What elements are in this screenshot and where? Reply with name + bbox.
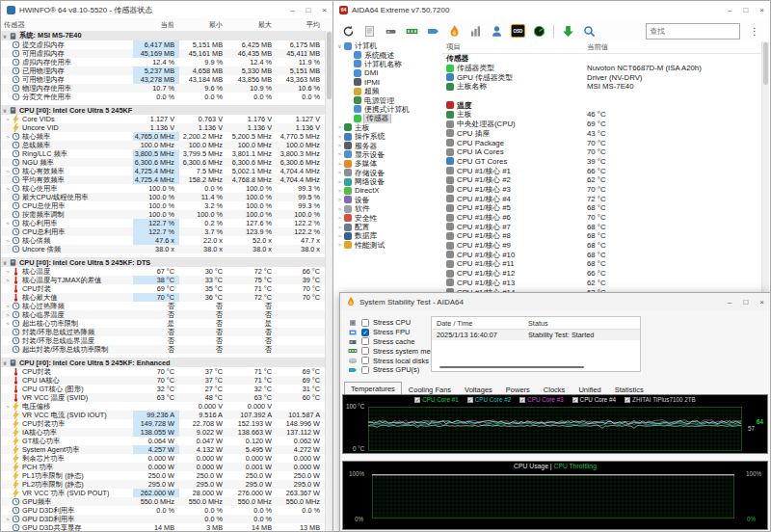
column-sensor[interactable]: 传感器 — [1, 20, 133, 30]
maximize-icon[interactable]: □ — [743, 6, 748, 14]
sidebar-item-显示设备[interactable]: >显示设备 — [333, 150, 442, 159]
gpu-icon — [348, 365, 358, 375]
sidebar-item-便携式计算机[interactable]: 便携式计算机 — [333, 105, 442, 114]
sensor-value: 100.0 % — [179, 210, 227, 219]
sidebar-item-计算机名称[interactable]: 计算机名称 — [333, 60, 442, 68]
sidebar-item-计算机[interactable]: ∨计算机 — [333, 41, 442, 50]
column-item[interactable]: 项目 — [442, 42, 587, 52]
column-avg[interactable]: 平均 — [277, 20, 325, 30]
panel-row[interactable]: 主板名称MSI MS-7E40 — [442, 82, 762, 92]
minimize-icon[interactable]: – — [728, 6, 731, 14]
legend-checkbox[interactable]: ✓ — [572, 397, 578, 403]
sidebar-item-配置[interactable]: >配置 — [333, 223, 442, 231]
sidebar-item-主板[interactable]: >主板 — [333, 123, 442, 132]
stability-test-titlebar[interactable]: System Stability Test - AIDA64 – □ × — [340, 293, 770, 310]
log-column-datetime[interactable]: Date / Time — [432, 319, 524, 328]
sidebar-item-网络设备[interactable]: >网络设备 — [333, 177, 442, 186]
legend-checkbox[interactable]: ✓ — [625, 397, 630, 403]
sensor-row[interactable]: Uncore 倍频38.0 x38.0 x38.0 x38.0 x — [1, 245, 325, 253]
sidebar-item-DMI[interactable]: DMI — [333, 68, 442, 77]
legend-checkbox[interactable]: ✓ — [519, 397, 525, 403]
column-max[interactable]: 最大 — [227, 20, 277, 30]
overflow-menu-icon[interactable]: ⋮ — [747, 26, 762, 37]
legend-checkbox[interactable]: ✓ — [414, 397, 420, 403]
sidebar-item-DirectX[interactable]: >DirectX — [333, 186, 442, 195]
sidebar-item-IPMI[interactable]: IPMI — [333, 78, 442, 87]
checkbox-gpu[interactable] — [361, 366, 369, 374]
sensor-row[interactable]: 超出封装/环形总线功率限制否否否 — [1, 345, 325, 354]
panel-column-header[interactable]: 项目 当前值 — [442, 41, 762, 54]
log-header[interactable]: Date / Time Status — [432, 317, 640, 330]
column-current[interactable]: 当前 — [133, 20, 179, 30]
log-row[interactable]: 2025/1/13 16:40:07Stability Test: Starte… — [432, 330, 640, 340]
sensor-value: 5,330 MB — [227, 66, 277, 75]
find-icon[interactable] — [582, 24, 597, 39]
gauge-icon[interactable] — [532, 24, 546, 39]
aida64-scrollbar-thumb[interactable] — [763, 42, 768, 85]
hwinfo-scrollbar-thumb[interactable] — [327, 32, 332, 99]
refresh-icon[interactable] — [341, 24, 356, 39]
hwinfo-scrollbar[interactable] — [325, 31, 332, 531]
search-input[interactable] — [646, 23, 740, 40]
sidebar-item-软件[interactable]: >软件 — [333, 204, 442, 213]
sensor-value: 127.6 % — [227, 219, 277, 227]
osd-icon[interactable]: OSD — [511, 24, 525, 39]
checkbox-fpu[interactable]: ✓ — [361, 329, 369, 336]
sensor-row[interactable]: 分页文件使用率0.0 %0.0 %0.0 %0.0 % — [1, 93, 325, 101]
sensor-section-header[interactable]: ∨CPU [#0]: Intel Core Ultra 5 245KF: Enh… — [1, 358, 325, 367]
sidebar-item-数据库[interactable]: >数据库 — [333, 231, 442, 240]
minimize-icon[interactable]: – — [290, 6, 294, 14]
sidebar-item-系统概述[interactable]: 系统概述 — [333, 50, 442, 59]
close-icon[interactable]: × — [322, 6, 327, 14]
checkbox-disk[interactable] — [361, 357, 369, 364]
sidebar-item-存储设备[interactable]: >存储设备 — [333, 168, 442, 176]
log-hscrollbar-thumb[interactable] — [439, 366, 584, 369]
panel-row[interactable]: CPU 插座43 °C — [442, 129, 762, 139]
close-icon[interactable]: × — [759, 6, 764, 14]
column-min[interactable]: 最小 — [179, 20, 227, 30]
chevron-down-icon: ∨ — [335, 42, 344, 49]
sensor-section-header[interactable]: ∨CPU [#0]: Intel Core Ultra 5 245KF: DTS — [1, 257, 325, 267]
report-icon[interactable] — [362, 24, 377, 39]
sensor-value: 32 °C — [227, 385, 277, 393]
update-icon[interactable] — [561, 24, 575, 39]
hwinfo-window: HWiNFO® 64 v8.10-5520 - 传感器状态 – □ × 传感器 … — [0, 0, 333, 532]
sidebar-item-设备[interactable]: >设备 — [333, 196, 442, 204]
maximize-icon[interactable]: □ — [743, 298, 748, 306]
osd-icon[interactable]: OSD — [511, 24, 525, 38]
video-icon[interactable] — [426, 24, 440, 39]
legend-checkbox[interactable]: ✓ — [467, 397, 473, 403]
hwinfo-column-header[interactable]: 传感器 当前 最小 最大 平均 — [1, 18, 332, 32]
sidebar-item-性能测试[interactable]: >性能测试 — [333, 241, 442, 250]
checkbox-ram[interactable] — [361, 347, 369, 355]
maximize-icon[interactable]: □ — [306, 6, 310, 14]
sensor-section-header[interactable]: ∨系统: MSI MS-7E40 — [1, 31, 325, 40]
minimize-icon[interactable]: – — [728, 298, 731, 306]
aida64-titlebar[interactable]: 64 AIDA64 Extreme v7.50.7200 – □ × — [333, 1, 770, 18]
panel-row[interactable]: CPU Package70 °C — [442, 138, 762, 147]
device-icon[interactable] — [384, 24, 398, 39]
user-icon[interactable] — [490, 24, 504, 39]
sidebar-item-安全性[interactable]: >安全性 — [333, 213, 442, 222]
sensor-row[interactable]: GPU D3D共享显存14 MB3 MB14 MB13 MB — [1, 523, 325, 531]
sidebar-item-传感器[interactable]: 传感器 — [333, 114, 442, 122]
log-column-status[interactable]: Status — [524, 319, 640, 328]
checkbox-cache[interactable] — [361, 337, 369, 345]
hwinfo-titlebar[interactable]: HWiNFO® 64 v8.10-5520 - 传感器状态 – □ × — [1, 1, 332, 18]
sidebar-item-服务器[interactable]: >服务器 — [333, 141, 442, 149]
column-current-value[interactable]: 当前值 — [587, 42, 762, 52]
sidebar-item-多媒体[interactable]: >多媒体 — [333, 159, 442, 168]
flame-icon[interactable] — [447, 24, 462, 39]
sidebar-item-电源管理[interactable]: 电源管理 — [333, 95, 442, 104]
memory-icon[interactable] — [405, 24, 419, 39]
sensor-section-header[interactable]: ∨CPU [#0]: Intel Core Ultra 5 245KF — [1, 105, 325, 115]
close-icon[interactable]: × — [759, 298, 764, 306]
checkbox-cpu[interactable] — [361, 319, 369, 327]
section-title: 系统: MSI MS-7E40 — [19, 31, 81, 40]
benchmark-icon[interactable] — [468, 24, 483, 39]
aida64-scrollbar[interactable] — [761, 41, 769, 293]
sensor-row[interactable]: >Core VIDs1.127 V0.763 V1.176 V1.127 V — [1, 115, 325, 123]
panel-row[interactable]: CPU IA Cores70 °C — [442, 147, 762, 157]
sidebar-item-操作系统[interactable]: >操作系统 — [333, 132, 442, 141]
sidebar-item-超频[interactable]: 超频 — [333, 87, 442, 95]
